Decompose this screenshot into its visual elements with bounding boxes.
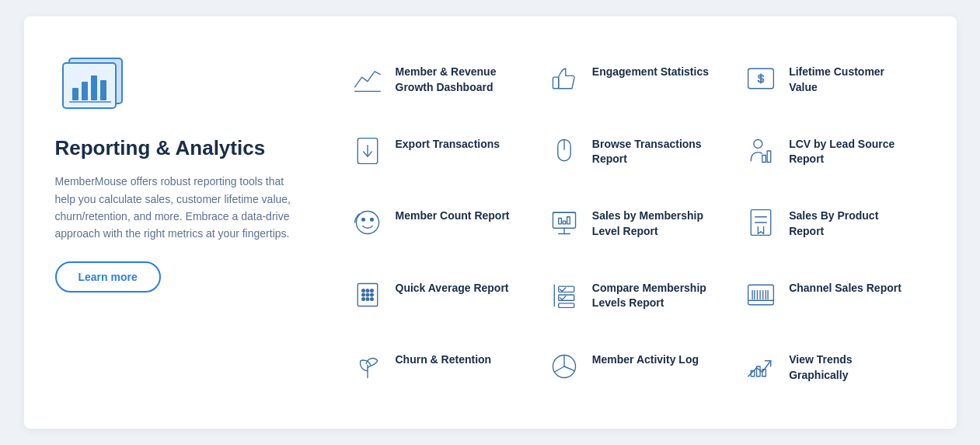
report-label-compare-membership: Compare Membership Levels Report — [592, 278, 713, 311]
svg-point-33 — [366, 289, 369, 292]
barcode-box-icon — [744, 278, 778, 312]
report-label-member-revenue-growth: Member & Revenue Growth Dashboard — [396, 61, 516, 95]
report-item-view-trends[interactable]: View Trends Graphically — [728, 335, 925, 398]
analytics-logo-icon — [55, 47, 141, 117]
svg-point-40 — [370, 297, 373, 300]
svg-point-20 — [370, 219, 373, 222]
svg-text:$: $ — [758, 72, 764, 85]
report-item-member-count[interactable]: Member Count Report — [335, 191, 532, 264]
person-chart-icon — [744, 134, 778, 168]
svg-rect-25 — [559, 219, 562, 224]
report-item-quick-average[interactable]: Quick Average Report — [335, 264, 532, 336]
svg-point-15 — [754, 139, 762, 148]
line-chart-icon — [350, 61, 385, 96]
svg-rect-21 — [553, 212, 575, 228]
svg-rect-4 — [91, 75, 97, 100]
mouse-icon — [547, 134, 581, 168]
svg-rect-43 — [559, 286, 574, 292]
learn-more-button[interactable]: Learn more — [55, 261, 161, 293]
report-item-sales-membership-level[interactable]: Sales by Membership Level Report — [532, 191, 728, 264]
svg-rect-16 — [762, 155, 766, 162]
report-item-member-revenue-growth[interactable]: Member & Revenue Growth Dashboard — [335, 47, 532, 120]
report-label-export-transactions: Export Transactions — [396, 134, 500, 152]
svg-rect-26 — [563, 221, 566, 224]
svg-point-34 — [370, 289, 373, 292]
svg-rect-17 — [767, 151, 771, 163]
report-label-lifetime-customer-value: Lifetime Customer Value — [789, 61, 909, 95]
trending-up-icon — [744, 349, 778, 384]
sprout-icon — [350, 349, 385, 384]
bookmark-doc-icon — [744, 205, 778, 240]
report-label-member-activity-log: Member Activity Log — [592, 349, 699, 368]
svg-rect-27 — [567, 217, 570, 224]
report-item-sales-by-product[interactable]: Sales By Product Report — [728, 191, 925, 264]
svg-rect-2 — [72, 88, 78, 100]
report-label-lcv-lead-source: LCV by Lead Source Report — [789, 134, 909, 167]
report-label-browse-transactions: Browse Transactions Report — [592, 134, 713, 167]
report-item-browse-transactions[interactable]: Browse Transactions Report — [532, 120, 728, 192]
report-label-sales-membership-level: Sales by Membership Level Report — [592, 205, 713, 239]
grid-dots-icon — [350, 278, 385, 312]
svg-point-38 — [361, 297, 364, 300]
svg-line-60 — [554, 366, 564, 372]
report-label-sales-by-product: Sales By Product Report — [789, 205, 909, 239]
report-item-lifetime-customer-value[interactable]: $Lifetime Customer Value — [728, 47, 925, 120]
svg-point-35 — [361, 293, 364, 296]
svg-point-39 — [366, 297, 369, 300]
report-item-engagement-statistics[interactable]: Engagement Statistics — [532, 47, 728, 120]
report-item-member-activity-log[interactable]: Member Activity Log — [532, 335, 728, 398]
report-label-channel-sales: Channel Sales Report — [789, 278, 902, 296]
panel-description: MemberMouse offers robust reporting tool… — [55, 173, 304, 243]
report-item-export-transactions[interactable]: Export Transactions — [335, 120, 532, 192]
report-label-view-trends: View Trends Graphically — [789, 349, 909, 383]
report-label-member-count: Member Count Report — [396, 205, 510, 224]
report-item-churn-retention[interactable]: Churn & Retention — [335, 335, 532, 398]
svg-rect-45 — [559, 303, 574, 307]
svg-point-19 — [361, 219, 364, 222]
svg-rect-44 — [559, 295, 574, 300]
left-panel: Reporting & Analytics MemberMouse offers… — [55, 47, 304, 398]
checklist-icon — [547, 278, 581, 312]
svg-point-37 — [370, 293, 373, 296]
svg-rect-3 — [82, 82, 88, 100]
report-label-engagement-statistics: Engagement Statistics — [592, 61, 709, 80]
dollar-box-icon: $ — [744, 61, 778, 96]
svg-point-36 — [366, 293, 369, 296]
svg-rect-5 — [100, 80, 106, 100]
main-container: Reporting & Analytics MemberMouse offers… — [24, 16, 957, 429]
svg-point-32 — [361, 289, 364, 292]
smiley-face-icon — [350, 205, 385, 240]
thumbs-up-icon — [547, 61, 581, 96]
report-label-churn-retention: Churn & Retention — [396, 349, 492, 368]
download-doc-icon — [350, 134, 385, 168]
svg-rect-8 — [553, 77, 558, 89]
presentation-icon — [547, 205, 581, 240]
report-label-quick-average: Quick Average Report — [396, 278, 509, 296]
reports-grid: Member & Revenue Growth DashboardEngagem… — [335, 47, 926, 398]
report-item-channel-sales[interactable]: Channel Sales Report — [728, 264, 925, 336]
panel-title: Reporting & Analytics — [55, 136, 304, 160]
svg-line-59 — [564, 366, 574, 370]
svg-point-18 — [356, 211, 378, 233]
report-item-lcv-lead-source[interactable]: LCV by Lead Source Report — [728, 120, 925, 192]
report-item-compare-membership[interactable]: Compare Membership Levels Report — [532, 264, 728, 336]
pie-chart-icon — [547, 349, 581, 384]
svg-rect-54 — [748, 300, 774, 304]
